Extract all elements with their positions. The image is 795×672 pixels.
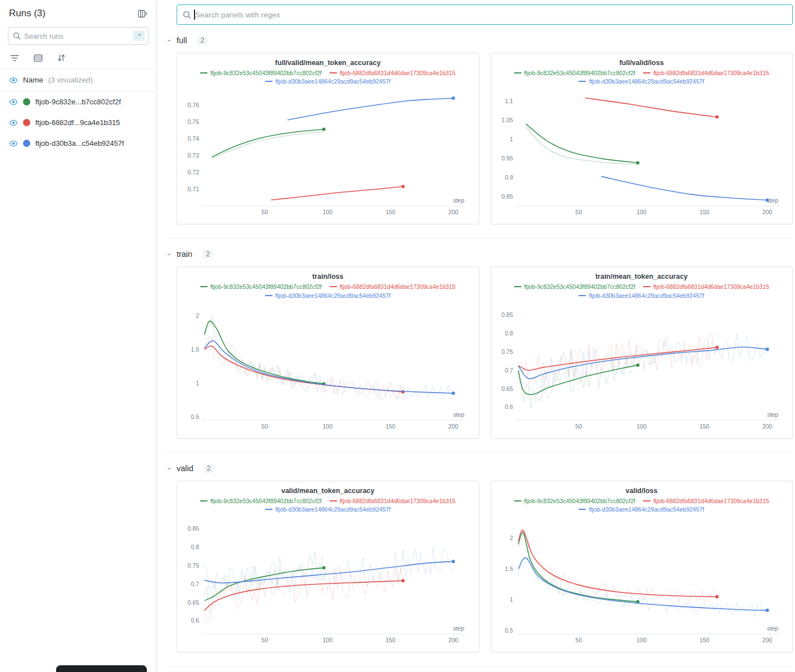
legend-entry-red[interactable]: ftjob-6882dfa6831d4d6dae17309ca4e1b315 xyxy=(330,70,456,76)
legend-entry-blue[interactable]: ftjob-d30b3aee14864c29acd9ac54eb92457f xyxy=(579,78,704,85)
run-row[interactable]: ftjob-6882df...9ca4e1b315 xyxy=(0,112,156,133)
search-icon xyxy=(13,32,21,40)
svg-text:100: 100 xyxy=(323,423,333,430)
chart-legend: ftjob-9c832e53c45043f89402bb7cc802cf2fft… xyxy=(181,497,475,514)
svg-text:0.71: 0.71 xyxy=(188,186,200,192)
legend-dash xyxy=(265,509,272,510)
run-row[interactable]: ftjob-9c832e...b7cc802cf2f xyxy=(0,91,156,112)
section-header[interactable]: ⌄ full 2 xyxy=(166,34,793,47)
eye-icon[interactable] xyxy=(9,98,18,106)
chart-legend: ftjob-9c832e53c45043f89402bb7cc802cf2fft… xyxy=(181,69,475,86)
legend-entry-green[interactable]: ftjob-9c832e53c45043f89402bb7cc802cf2f xyxy=(514,70,636,76)
panel-search-input[interactable] xyxy=(195,11,787,19)
tooltip-stub xyxy=(56,665,147,672)
chart-title: valid/mean_token_accuracy xyxy=(181,487,475,495)
legend-entry-blue[interactable]: ftjob-d30b3aee14864c29acd9ac54eb92457f xyxy=(265,78,391,85)
legend-entry-green[interactable]: ftjob-9c832e53c45043f89402bb7cc802cf2f xyxy=(200,70,322,76)
runs-table-header: Name (3 visualized) xyxy=(0,69,156,91)
legend-entry-blue[interactable]: ftjob-d30b3aee14864c29acd9ac54eb92457f xyxy=(265,292,391,299)
section-header[interactable]: ⌄ valid 2 xyxy=(166,462,793,475)
run-color-dot[interactable] xyxy=(23,140,30,147)
svg-text:2: 2 xyxy=(196,312,199,319)
svg-text:2: 2 xyxy=(510,535,513,541)
svg-text:0.8: 0.8 xyxy=(505,330,513,337)
chart-title: valid/loss xyxy=(495,487,789,495)
chart-plot[interactable]: 0.710.720.730.740.750.7650100150200step xyxy=(181,87,472,220)
svg-text:0.75: 0.75 xyxy=(188,562,200,569)
legend-dash xyxy=(330,500,337,501)
chart-panel[interactable]: train/loss ftjob-9c832e53c45043f89402bb7… xyxy=(177,266,479,438)
chart-plot[interactable]: 0.60.650.70.750.80.8550100150200step xyxy=(181,515,472,648)
run-label: ftjob-6882df...9ca4e1b315 xyxy=(35,118,120,127)
run-row[interactable]: ftjob-d30b3a...c54eb92457f xyxy=(0,133,156,154)
svg-text:step: step xyxy=(767,625,778,632)
legend-entry-green[interactable]: ftjob-9c832e53c45043f89402bb7cc802cf2f xyxy=(200,283,322,290)
svg-text:0.8: 0.8 xyxy=(191,544,199,550)
chart-plot[interactable]: 0.60.650.70.750.80.8550100150200step xyxy=(495,301,785,435)
legend-entry-red[interactable]: ftjob-6882dfa6831d4d6dae17309ca4e1b315 xyxy=(643,283,769,290)
svg-text:50: 50 xyxy=(575,423,582,430)
svg-text:0.5: 0.5 xyxy=(505,627,513,634)
chevron-down-icon[interactable]: ⌄ xyxy=(166,250,172,256)
panels-area: ⌄ full 2 full/valid/mean_token_accuracy … xyxy=(157,0,795,672)
legend-entry-green[interactable]: ftjob-9c832e53c45043f89402bb7cc802cf2f xyxy=(200,498,322,504)
chart-plot[interactable]: 0.850.90.9511.051.150100150200step xyxy=(495,87,785,220)
legend-dash xyxy=(579,295,586,296)
svg-text:200: 200 xyxy=(449,637,459,643)
chart-panel[interactable]: valid/loss ftjob-9c832e53c45043f89402bb7… xyxy=(491,481,793,652)
chevron-down-icon[interactable]: ⌄ xyxy=(166,36,172,42)
chart-panel[interactable]: valid/mean_token_accuracy ftjob-9c832e53… xyxy=(177,481,479,652)
panel-section: ⌄ train 2 train/loss ftjob-9c832e53c4504… xyxy=(166,238,793,452)
chart-legend: ftjob-9c832e53c45043f89402bb7cc802cf2fft… xyxy=(495,283,789,300)
chart-panel[interactable]: full/valid/mean_token_accuracy ftjob-9c8… xyxy=(177,53,479,224)
panel-section: ⌄ full 2 full/valid/mean_token_accuracy … xyxy=(166,25,793,238)
legend-entry-red[interactable]: ftjob-6882dfa6831d4d6dae17309ca4e1b315 xyxy=(643,498,769,504)
chevron-down-icon[interactable]: ⌄ xyxy=(166,464,172,470)
chart-title: train/loss xyxy=(181,273,475,280)
legend-entry-blue[interactable]: ftjob-d30b3aee14864c29acd9ac54eb92457f xyxy=(265,506,391,513)
eye-icon[interactable] xyxy=(9,140,18,148)
svg-text:0.7: 0.7 xyxy=(505,367,513,374)
svg-text:0.9: 0.9 xyxy=(505,174,513,181)
chart-title: train/mean_token_accuracy xyxy=(495,273,789,280)
filter-icon[interactable] xyxy=(10,54,19,62)
legend-entry-red[interactable]: ftjob-6882dfa6831d4d6dae17309ca4e1b315 xyxy=(330,498,456,504)
eye-icon[interactable] xyxy=(9,76,18,84)
legend-entry-blue[interactable]: ftjob-d30b3aee14864c29acd9ac54eb92457f xyxy=(579,292,704,299)
chart-legend: ftjob-9c832e53c45043f89402bb7cc802cf2fft… xyxy=(495,69,789,86)
svg-text:step: step xyxy=(767,411,778,418)
chart-plot[interactable]: 0.511.5250100150200step xyxy=(181,301,472,435)
group-icon[interactable] xyxy=(34,54,43,62)
chart-plot[interactable]: 0.511.5250100150200step xyxy=(495,515,785,648)
legend-entry-green[interactable]: ftjob-9c832e53c45043f89402bb7cc802cf2f xyxy=(514,498,636,504)
legend-entry-blue[interactable]: ftjob-d30b3aee14864c29acd9ac54eb92457f xyxy=(579,506,704,513)
run-label: ftjob-9c832e...b7cc802cf2f xyxy=(35,98,121,106)
legend-entry-red[interactable]: ftjob-6882dfa6831d4d6dae17309ca4e1b315 xyxy=(643,70,769,76)
svg-text:0.75: 0.75 xyxy=(188,118,200,125)
legend-entry-red[interactable]: ftjob-6882dfa6831d4d6dae17309ca4e1b315 xyxy=(330,283,456,290)
legend-dash xyxy=(265,295,272,296)
svg-text:0.65: 0.65 xyxy=(188,599,200,606)
svg-text:0.95: 0.95 xyxy=(501,155,513,162)
sort-icon[interactable] xyxy=(57,54,66,62)
svg-text:1.5: 1.5 xyxy=(191,346,199,352)
svg-text:0.76: 0.76 xyxy=(188,102,200,108)
run-color-dot[interactable] xyxy=(23,119,30,126)
runs-search-input[interactable] xyxy=(24,32,130,40)
chart-panel[interactable]: full/valid/loss ftjob-9c832e53c45043f894… xyxy=(491,53,793,224)
regex-toggle[interactable]: .* xyxy=(133,31,145,41)
run-list: ftjob-9c832e...b7cc802cf2f ftjob-6882df.… xyxy=(0,91,156,154)
section-count: 2 xyxy=(204,464,214,473)
section-header[interactable]: ⌄ train 2 xyxy=(166,247,793,261)
runs-search: .* xyxy=(8,27,149,45)
svg-text:50: 50 xyxy=(261,423,268,430)
table-expand-icon[interactable] xyxy=(138,10,147,18)
eye-icon[interactable] xyxy=(9,119,18,127)
run-label: ftjob-d30b3a...c54eb92457f xyxy=(35,139,124,148)
chart-legend: ftjob-9c832e53c45043f89402bb7cc802cf2fft… xyxy=(181,283,475,300)
chart-panel[interactable]: train/mean_token_accuracy ftjob-9c832e53… xyxy=(491,266,793,438)
legend-dash xyxy=(643,500,650,501)
run-color-dot[interactable] xyxy=(23,98,30,105)
legend-entry-green[interactable]: ftjob-9c832e53c45043f89402bb7cc802cf2f xyxy=(514,283,636,290)
svg-text:150: 150 xyxy=(699,209,709,215)
